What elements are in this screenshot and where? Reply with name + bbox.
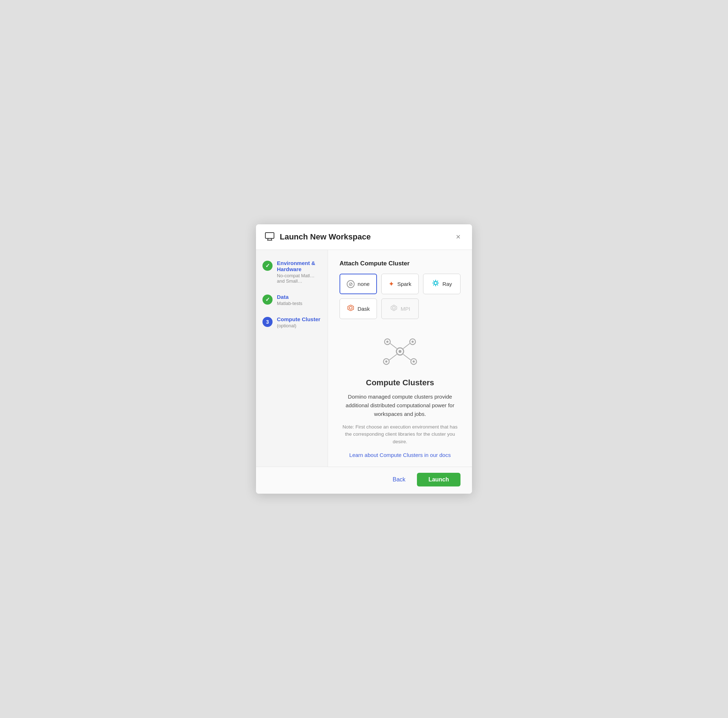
svg-line-10 [437, 285, 438, 286]
checkmark-icon: ✓ [265, 262, 270, 269]
step-badge-data: ✓ [263, 294, 272, 305]
step-badge-env-hardware: ✓ [263, 261, 272, 271]
cluster-graphic [378, 333, 422, 370]
dask-icon [347, 304, 355, 314]
cluster-option-spark[interactable]: ✦ Spark [381, 274, 419, 294]
launch-button[interactable]: Launch [417, 473, 460, 487]
sidebar-item-env-hardware-content: Environment & Hardware No-compat Matl… a… [277, 260, 321, 284]
main-content: Attach Compute Cluster ⊘ none ✦ Spark [328, 250, 472, 467]
cluster-option-mpi[interactable]: MPI [381, 299, 419, 319]
svg-line-12 [433, 285, 434, 286]
svg-line-9 [433, 281, 434, 282]
mpi-icon [390, 304, 398, 314]
cluster-info-note: Note: First choose an execution environm… [340, 424, 460, 445]
modal-footer: Back Launch [256, 467, 472, 494]
monitor-icon [265, 231, 275, 243]
sidebar-item-compute-label[interactable]: Compute Cluster [277, 316, 320, 322]
cluster-ray-label: Ray [442, 281, 452, 287]
spark-icon: ✦ [388, 280, 394, 288]
learn-more-link[interactable]: Learn about Compute Clusters in our docs [349, 452, 451, 458]
cluster-dask-label: Dask [358, 306, 370, 312]
close-button[interactable]: × [453, 231, 463, 243]
cluster-info-area: Compute Clusters Domino managed compute … [340, 322, 460, 458]
modal-title: Launch New Workspace [280, 232, 453, 242]
svg-point-4 [434, 282, 437, 285]
sidebar: ✓ Environment & Hardware No-compat Matl…… [256, 250, 328, 467]
svg-line-19 [390, 343, 397, 349]
checkmark-icon: ✓ [265, 296, 270, 303]
sidebar-item-data-label[interactable]: Data [277, 294, 303, 300]
sidebar-item-compute-desc: (optional) [277, 323, 320, 328]
sidebar-item-data[interactable]: ✓ Data Matlab-tests [263, 294, 321, 306]
svg-line-28 [403, 354, 411, 360]
cluster-info-desc: Domino managed compute clusters provide … [340, 392, 460, 418]
svg-point-21 [411, 341, 414, 343]
sidebar-item-data-desc: Matlab-tests [277, 301, 303, 306]
back-button[interactable]: Back [386, 473, 412, 486]
cluster-mpi-label: MPI [401, 306, 410, 312]
modal-body: ✓ Environment & Hardware No-compat Matl…… [256, 250, 472, 467]
ray-icon [432, 279, 440, 289]
sidebar-item-env-hardware[interactable]: ✓ Environment & Hardware No-compat Matl…… [263, 260, 321, 284]
cluster-option-ray[interactable]: Ray [423, 274, 460, 294]
launch-workspace-modal: Launch New Workspace × ✓ Environment & H… [256, 224, 472, 494]
cluster-info-title: Compute Clusters [366, 378, 434, 387]
svg-line-11 [437, 281, 438, 282]
attach-compute-title: Attach Compute Cluster [340, 260, 460, 267]
svg-marker-13 [391, 305, 397, 311]
sidebar-item-data-content: Data Matlab-tests [277, 294, 303, 306]
sidebar-item-compute-content: Compute Cluster (optional) [277, 316, 320, 328]
step-badge-compute: 3 [263, 317, 272, 327]
cluster-none-label: none [358, 281, 369, 287]
sidebar-item-env-hardware-desc: No-compat Matl… and Small… [277, 273, 321, 284]
none-icon: ⊘ [347, 280, 355, 288]
cluster-option-none[interactable]: ⊘ none [340, 274, 377, 294]
svg-line-25 [389, 354, 397, 360]
modal-header: Launch New Workspace × [256, 224, 472, 250]
cluster-options-grid: ⊘ none ✦ Spark [340, 274, 460, 319]
cluster-spark-label: Spark [397, 281, 411, 287]
sidebar-item-compute-cluster[interactable]: 3 Compute Cluster (optional) [263, 316, 321, 328]
sidebar-item-env-hardware-label[interactable]: Environment & Hardware [277, 260, 321, 272]
svg-point-24 [385, 360, 387, 363]
svg-point-18 [386, 341, 388, 343]
step-number: 3 [266, 319, 269, 325]
svg-point-16 [399, 350, 401, 353]
cluster-option-dask[interactable]: Dask [340, 299, 377, 319]
svg-rect-0 [265, 233, 274, 238]
svg-marker-14 [392, 306, 395, 309]
svg-point-27 [413, 360, 415, 363]
svg-line-22 [403, 343, 410, 349]
